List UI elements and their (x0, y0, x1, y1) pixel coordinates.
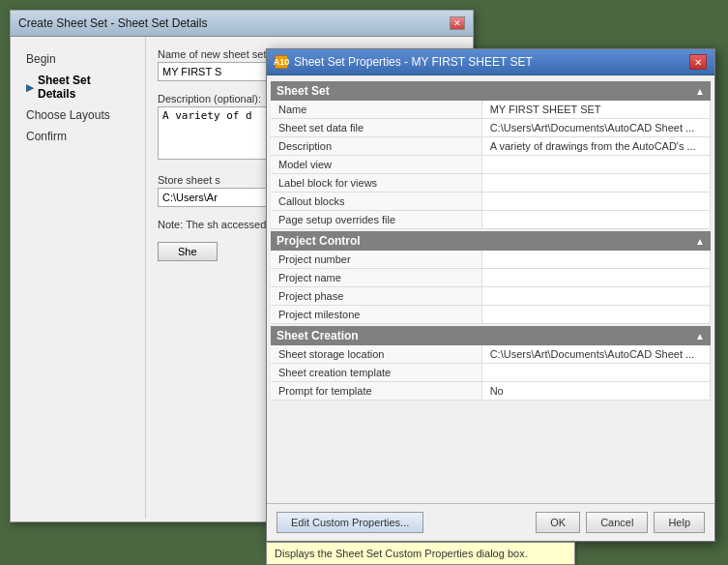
prop-value[interactable] (481, 287, 710, 306)
prop-value[interactable]: C:\Users\Art\Documents\AutoCAD Sheet ... (481, 119, 710, 137)
tooltip-text: Displays the Sheet Set Custom Properties… (275, 548, 528, 559)
table-row: Project milestone (271, 306, 711, 324)
prop-label: Label block for views (271, 174, 481, 193)
sidebar-item-confirm[interactable]: Confirm (18, 126, 137, 147)
inner-close-btn[interactable]: ✕ (689, 54, 707, 70)
sidebar-item-arrow: ▶ (26, 82, 34, 93)
section-title-sheet-set: Sheet Set (277, 84, 330, 98)
prop-label: Prompt for template (271, 382, 481, 401)
prop-value[interactable] (481, 251, 710, 269)
edit-custom-properties-button[interactable]: Edit Custom Properties... (277, 512, 423, 533)
table-row: Project number (271, 251, 711, 269)
table-row: Callout blocks (271, 193, 711, 211)
prop-label: Sheet storage location (271, 345, 481, 364)
inner-dialog: A10 Sheet Set Properties - MY FIRST SHEE… (266, 48, 715, 542)
section-title-project-control: Project Control (277, 234, 361, 248)
prop-label: Project number (271, 251, 481, 269)
table-row: Sheet set data file C:\Users\Art\Documen… (271, 119, 711, 137)
section-header-project-control[interactable]: Project Control ▲ (271, 231, 711, 251)
cancel-button[interactable]: Cancel (586, 512, 648, 533)
inner-titlebar-left: A10 Sheet Set Properties - MY FIRST SHEE… (275, 55, 533, 69)
sidebar-item-begin[interactable]: Begin (18, 48, 137, 70)
prop-value[interactable] (481, 193, 710, 211)
table-row: Page setup overrides file (271, 211, 711, 229)
tooltip-box: Displays the Sheet Set Custom Properties… (266, 542, 575, 565)
prop-label: Description (271, 137, 481, 156)
prop-label: Model view (271, 156, 481, 174)
collapse-arrow-project-control: ▲ (695, 236, 705, 247)
table-row: Label block for views (271, 174, 711, 193)
table-row: Description A variety of drawings from t… (271, 137, 711, 156)
props-container: Sheet Set ▲ Name MY FIRST SHEET SET Shee… (267, 75, 714, 490)
prop-label: Page setup overrides file (271, 211, 481, 229)
sidebar-item-choose-layouts-label: Choose Layouts (26, 108, 110, 122)
prop-label: Project milestone (271, 306, 481, 324)
section-title-sheet-creation: Sheet Creation (277, 329, 359, 342)
sheet-set-table: Name MY FIRST SHEET SET Sheet set data f… (271, 101, 711, 229)
autocad-icon: A10 (275, 55, 288, 69)
help-button[interactable]: Help (654, 512, 705, 533)
prop-value[interactable] (481, 211, 710, 229)
prop-value[interactable] (481, 306, 710, 324)
prop-label: Project name (271, 269, 481, 287)
sheet-creation-table: Sheet storage location C:\Users\Art\Docu… (271, 345, 711, 401)
table-row: Sheet creation template (271, 364, 711, 382)
section-header-sheet-creation[interactable]: Sheet Creation ▲ (271, 326, 711, 345)
sheet-button[interactable]: She (158, 242, 218, 261)
sidebar-item-sheet-set-details[interactable]: ▶ Sheet Set Details (18, 70, 137, 104)
prop-value[interactable]: A variety of drawings from the AutoCAD's… (481, 137, 710, 156)
prop-value[interactable]: C:\Users\Art\Documents\AutoCAD Sheet ... (481, 345, 710, 364)
collapse-arrow-sheet-set: ▲ (695, 86, 705, 97)
ok-button[interactable]: OK (536, 512, 580, 533)
note-content: Note: The sh accessed by (158, 219, 280, 230)
outer-title: Create Sheet Set - Sheet Set Details (18, 16, 207, 30)
table-row: Name MY FIRST SHEET SET (271, 101, 711, 119)
prop-label: Name (271, 101, 481, 119)
outer-titlebar: Create Sheet Set - Sheet Set Details ✕ (11, 11, 473, 37)
prop-value[interactable] (481, 364, 710, 382)
sidebar-item-begin-label: Begin (26, 52, 56, 66)
project-control-table: Project number Project name Project phas… (271, 251, 711, 324)
outer-titlebar-controls: ✕ (450, 16, 465, 30)
prop-label: Sheet creation template (271, 364, 481, 382)
outer-close-btn[interactable]: ✕ (450, 16, 465, 30)
table-row: Project name (271, 269, 711, 287)
table-row: Prompt for template No (271, 382, 711, 401)
prop-value[interactable]: MY FIRST SHEET SET (481, 101, 710, 119)
prop-value[interactable] (481, 269, 710, 287)
table-row: Model view (271, 156, 711, 174)
dialog-footer: Edit Custom Properties... OK Cancel Help (267, 503, 714, 541)
sidebar: Begin ▶ Sheet Set Details Choose Layouts… (11, 37, 146, 519)
sidebar-item-confirm-label: Confirm (26, 130, 67, 143)
prop-value[interactable] (481, 174, 710, 193)
table-row: Sheet storage location C:\Users\Art\Docu… (271, 345, 711, 364)
section-header-sheet-set[interactable]: Sheet Set ▲ (271, 81, 711, 101)
collapse-arrow-sheet-creation: ▲ (695, 331, 705, 342)
sidebar-item-sheet-set-details-label: Sheet Set Details (38, 74, 130, 101)
prop-label: Sheet set data file (271, 119, 481, 137)
sidebar-item-choose-layouts[interactable]: Choose Layouts (18, 104, 137, 126)
prop-value[interactable] (481, 156, 710, 174)
prop-label: Project phase (271, 287, 481, 306)
prop-value[interactable]: No (481, 382, 710, 401)
prop-label: Callout blocks (271, 193, 481, 211)
table-row: Project phase (271, 287, 711, 306)
inner-title: Sheet Set Properties - MY FIRST SHEET SE… (294, 55, 533, 69)
inner-titlebar: A10 Sheet Set Properties - MY FIRST SHEE… (267, 49, 714, 75)
